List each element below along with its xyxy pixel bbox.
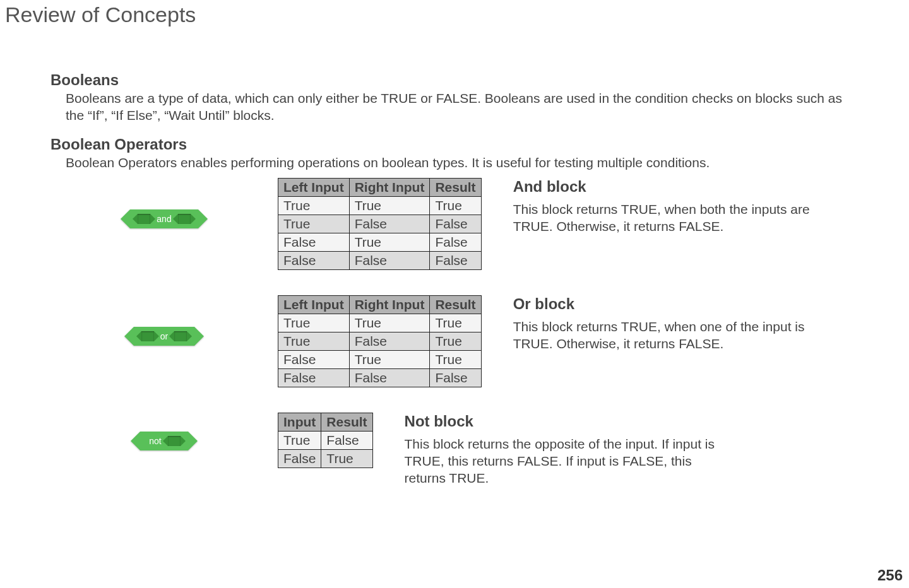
cell: True <box>278 196 350 215</box>
and-truth-table: Left Input Right Input Result True True … <box>278 178 482 270</box>
table-row: False True True <box>278 350 482 368</box>
page-title: Review of Concepts <box>5 3 909 27</box>
cell: True <box>430 314 481 332</box>
and-left-slot <box>138 214 150 224</box>
and-th-0: Left Input <box>278 178 350 196</box>
not-th-0: Input <box>278 413 321 431</box>
cell: True <box>278 332 350 350</box>
booleans-body: Booleans are a type of data, which can o… <box>66 90 858 124</box>
page-number: 256 <box>877 567 903 584</box>
and-desc-heading: And block <box>513 178 841 196</box>
cell: True <box>349 314 430 332</box>
or-desc-heading: Or block <box>513 295 841 313</box>
and-th-2: Result <box>430 178 481 196</box>
cell: False <box>349 368 430 387</box>
cell: False <box>349 251 430 269</box>
cell: False <box>430 368 481 387</box>
table-row: True False <box>278 431 373 449</box>
table-row: False True <box>278 449 373 467</box>
cell: True <box>430 196 481 215</box>
or-truth-table: Left Input Right Input Result True True … <box>278 295 482 387</box>
or-th-0: Left Input <box>278 295 350 314</box>
cell: False <box>278 368 350 387</box>
not-desc-heading: Not block <box>405 413 733 430</box>
or-th-1: Right Input <box>349 295 430 314</box>
and-block-icon: and <box>130 209 198 228</box>
cell: True <box>349 350 430 368</box>
cell: True <box>278 314 350 332</box>
or-block-icon: or <box>134 327 194 346</box>
or-th-2: Result <box>430 295 481 314</box>
cell: True <box>278 431 321 449</box>
and-th-1: Right Input <box>349 178 430 196</box>
not-block-label: not <box>149 436 161 446</box>
table-row: True False False <box>278 215 482 233</box>
not-row: not Input Result True False False True <box>50 413 858 487</box>
cell: False <box>430 233 481 251</box>
and-block-icon-col: and <box>50 178 278 228</box>
cell: False <box>278 350 350 368</box>
table-row: False False False <box>278 368 482 387</box>
or-block-icon-col: or <box>50 295 278 346</box>
table-row: True False True <box>278 332 482 350</box>
cell: False <box>321 431 372 449</box>
cell: True <box>430 332 481 350</box>
cell: False <box>278 233 350 251</box>
not-table-col: Input Result True False False True <box>278 413 373 468</box>
cell: True <box>349 196 430 215</box>
table-row: True True True <box>278 196 482 215</box>
table-row: True True True <box>278 314 482 332</box>
table-row: False False False <box>278 251 482 269</box>
or-right-slot <box>174 331 187 341</box>
cell: False <box>349 215 430 233</box>
not-desc-col: Not block This block returns the opposit… <box>405 413 733 487</box>
cell: False <box>349 332 430 350</box>
not-slot <box>168 436 181 446</box>
or-block-label: or <box>160 331 168 341</box>
cell: False <box>278 449 321 467</box>
boolean-operators-heading: Boolean Operators <box>50 136 858 153</box>
or-desc-col: Or block This block returns TRUE, when o… <box>513 295 841 353</box>
not-desc-text: This block returns the opposite of the i… <box>405 435 733 487</box>
cell: True <box>349 233 430 251</box>
cell: True <box>430 350 481 368</box>
and-right-slot <box>178 214 191 224</box>
cell: False <box>430 215 481 233</box>
or-left-slot <box>141 331 154 341</box>
cell: True <box>321 449 372 467</box>
boolean-operators-body: Boolean Operators enables performing ope… <box>66 155 858 172</box>
not-truth-table: Input Result True False False True <box>278 413 373 468</box>
or-row: or Left Input Right Input Result True Tr… <box>50 295 858 387</box>
table-row: False True False <box>278 233 482 251</box>
or-desc-text: This block returns TRUE, when one of the… <box>513 318 841 353</box>
not-th-1: Result <box>321 413 372 431</box>
and-desc-text: This block returns TRUE, when both the i… <box>513 201 841 235</box>
booleans-heading: Booleans <box>50 71 858 89</box>
or-table-col: Left Input Right Input Result True True … <box>278 295 482 387</box>
not-block-icon: not <box>140 432 187 450</box>
cell: False <box>430 251 481 269</box>
cell: True <box>278 215 350 233</box>
content-area: Booleans Booleans are a type of data, wh… <box>50 71 858 487</box>
cell: False <box>278 251 350 269</box>
and-block-label: and <box>157 214 171 224</box>
not-block-icon-col: not <box>50 413 278 450</box>
and-row: and Left Input Right Input Result True T… <box>50 178 858 270</box>
and-table-col: Left Input Right Input Result True True … <box>278 178 482 270</box>
and-desc-col: And block This block returns TRUE, when … <box>513 178 841 235</box>
